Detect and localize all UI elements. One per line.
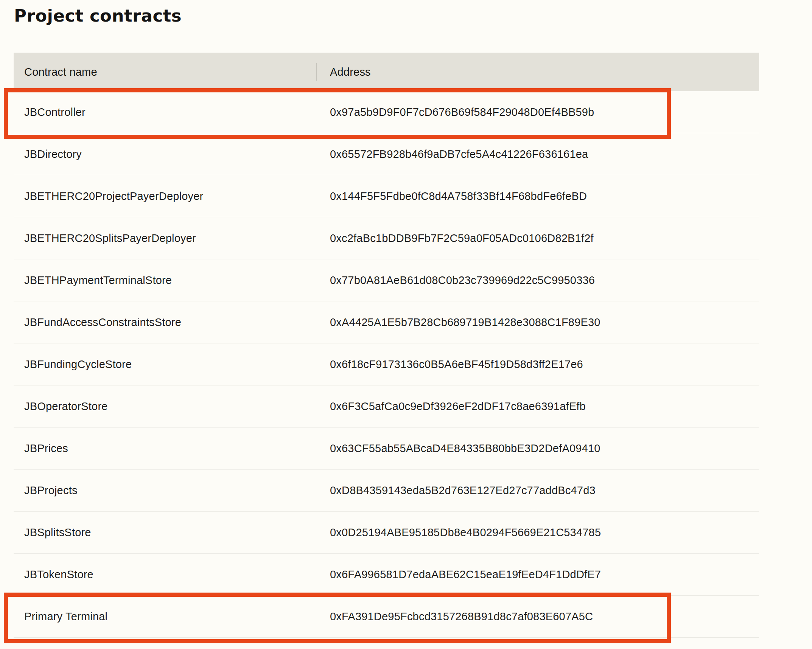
table-row: JBProjects 0xD8B4359143eda5B2d763E127Ed2…: [14, 470, 759, 512]
contract-name-cell: JBFundingCycleStore: [14, 358, 317, 371]
table-row: JBFundAccessConstraintsStore 0xA4425A1E5…: [14, 301, 759, 343]
contract-address-cell[interactable]: 0xc2faBc1bDDB9Fb7F2C59a0F05ADc0106D82B1f…: [317, 232, 594, 245]
contract-name-cell: JBETHERC20ProjectPayerDeployer: [14, 190, 317, 203]
contract-name-cell: JBProjects: [14, 484, 317, 497]
table-row: JBDirectory 0x65572FB928b46f9aDB7cfe5A4c…: [14, 133, 759, 175]
contract-address-cell[interactable]: 0x6FA996581D7edaABE62C15eaE19fEeD4F1DdDf…: [317, 568, 601, 581]
contract-name-cell: JBSplitsStore: [14, 526, 317, 539]
contract-address-cell[interactable]: 0x6F3C5afCa0c9eDf3926eF2dDF17c8ae6391afE…: [317, 400, 586, 413]
contract-address-cell[interactable]: 0x144F5F5Fdbe0fC8d4A758f33Bf14F68bdFe6fe…: [317, 190, 587, 203]
contract-name-cell: JBOperatorStore: [14, 400, 317, 413]
contract-address-cell[interactable]: 0xA4425A1E5b7B28Cb689719B1428e3088C1F89E…: [317, 316, 600, 329]
table-row: JBETHERC20SplitsPayerDeployer 0xc2faBc1b…: [14, 217, 759, 259]
contract-name-cell: JBETHPaymentTerminalStore: [14, 274, 317, 287]
contract-address-cell[interactable]: 0xD8B4359143eda5B2d763E127Ed27c77addBc47…: [317, 484, 596, 497]
contract-name-cell: Primary Terminal: [14, 610, 317, 623]
column-header-address: Address: [317, 66, 371, 78]
column-header-contract-name: Contract name: [14, 66, 316, 78]
contract-address-cell[interactable]: 0x6f18cF9173136c0B5A6eBF45f19D58d3ff2E17…: [317, 358, 583, 371]
table-row: JBOperatorStore 0x6F3C5afCa0c9eDf3926eF2…: [14, 385, 759, 427]
table-header-row: Contract name Address: [14, 53, 759, 91]
table-row: JBPrices 0x63CF55ab55ABcaD4E84335B80bbE3…: [14, 427, 759, 470]
contract-name-cell: JBDirectory: [14, 148, 317, 161]
contract-name-cell: JBPrices: [14, 442, 317, 455]
contract-name-cell: JBETHERC20SplitsPayerDeployer: [14, 232, 317, 245]
contract-address-cell[interactable]: 0x97a5b9D9F0F7cD676B69f584F29048D0Ef4BB5…: [317, 106, 594, 119]
contract-name-cell: JBTokenStore: [14, 568, 317, 581]
table-row: JBETHPaymentTerminalStore 0x77b0A81AeB61…: [14, 259, 759, 301]
contract-address-cell[interactable]: 0x0D25194ABE95185Db8e4B0294F5669E21C5347…: [317, 526, 601, 539]
table-row: JBSplitsStore 0x0D25194ABE95185Db8e4B029…: [14, 512, 759, 554]
table-body: JBController 0x97a5b9D9F0F7cD676B69f584F…: [14, 91, 759, 638]
contracts-table: Contract name Address JBController 0x97a…: [14, 53, 759, 638]
page-title: Project contracts: [14, 6, 812, 26]
contract-address-cell[interactable]: 0x65572FB928b46f9aDB7cfe5A4c41226F636161…: [317, 148, 588, 161]
table-row: JBETHERC20ProjectPayerDeployer 0x144F5F5…: [14, 175, 759, 217]
table-row: Primary Terminal 0xFA391De95Fcbcd3157268…: [14, 596, 759, 638]
contract-name-cell: JBFundAccessConstraintsStore: [14, 316, 317, 329]
table-row: JBTokenStore 0x6FA996581D7edaABE62C15eaE…: [14, 554, 759, 596]
contract-address-cell[interactable]: 0x63CF55ab55ABcaD4E84335B80bbE3D2DefA094…: [317, 442, 600, 455]
contract-address-cell[interactable]: 0xFA391De95Fcbcd3157268B91d8c7af083E607A…: [317, 610, 593, 623]
table-row: JBController 0x97a5b9D9F0F7cD676B69f584F…: [14, 91, 759, 133]
contract-name-cell: JBController: [14, 106, 317, 119]
table-row: JBFundingCycleStore 0x6f18cF9173136c0B5A…: [14, 343, 759, 385]
contract-address-cell[interactable]: 0x77b0A81AeB61d08C0b23c739969d22c5C99503…: [317, 274, 595, 287]
